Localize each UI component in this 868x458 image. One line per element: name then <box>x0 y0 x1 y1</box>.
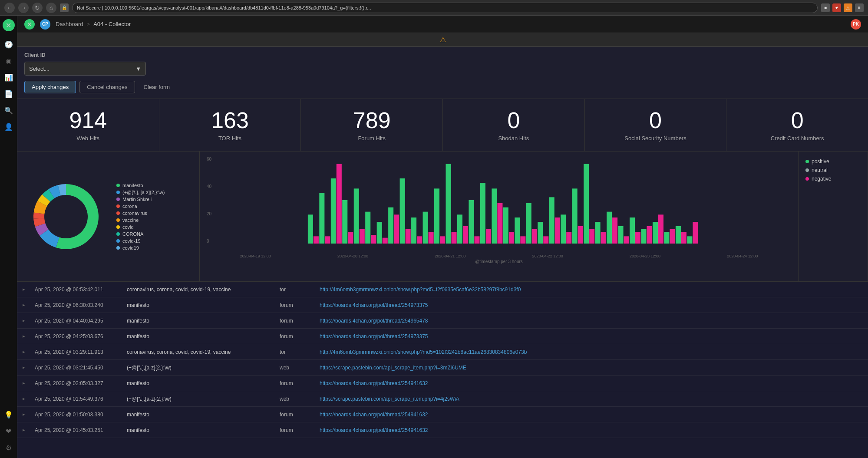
top-nav: ✕ CP Dashboard > A04 - Collector PK <box>17 16 868 33</box>
row-url[interactable]: https://boards.4chan.org/pol/thread/2549… <box>320 412 863 418</box>
sidebar-item-visualize[interactable]: 📊 <box>2 70 16 84</box>
bar-negative <box>532 229 537 244</box>
apply-changes-button[interactable]: Apply changes <box>24 81 76 93</box>
sidebar-item-dashboard[interactable]: 📄 <box>2 87 16 101</box>
sidebar-item-recent[interactable]: 🕐 <box>2 37 16 51</box>
row-tags: manifesto <box>127 318 274 324</box>
legend-label: CORONA <box>122 231 143 237</box>
bar-positive <box>572 188 578 244</box>
row-expand-icon[interactable]: ▸ <box>23 412 30 417</box>
legend-label: covid-19 <box>122 238 141 244</box>
row-url[interactable]: https://boards.4chan.org/pol/thread/2549… <box>320 318 863 324</box>
row-type: forum <box>280 380 314 386</box>
row-expand-icon[interactable]: ▸ <box>23 349 30 355</box>
row-url[interactable]: https://scrape.pastebin.com/api_scrape_i… <box>320 365 863 371</box>
row-type: web <box>280 365 314 371</box>
sidebar-item-discover[interactable]: 🔍 <box>2 103 16 117</box>
nav-forward-button[interactable]: → <box>18 3 29 13</box>
row-url[interactable]: https://scrape.pastebin.com/api_scrape_i… <box>320 396 863 402</box>
sidebar-item-home[interactable]: ◉ <box>2 54 16 68</box>
row-url[interactable]: http://4m6omb3gmrmnwzxi.onion/show.php?m… <box>320 349 863 355</box>
row-url[interactable]: https://boards.4chan.org/pol/thread/2549… <box>320 333 863 339</box>
stat-label: Forum Hits <box>358 135 386 142</box>
row-url[interactable]: http://4m6omb3gmrmnwzxi.onion/show.php?m… <box>320 287 863 293</box>
nav-separator: > <box>87 21 90 27</box>
top-nav-logo: ✕ <box>24 19 35 30</box>
row-type: forum <box>280 427 314 433</box>
sidebar-item-favorites[interactable]: ❤ <box>2 424 16 438</box>
table-row[interactable]: ▸ Apr 25, 2020 @ 06:53:42.011 coronaviru… <box>17 282 868 297</box>
row-url[interactable]: https://boards.4chan.org/pol/thread/2549… <box>320 380 863 386</box>
legend-item: coronavirus <box>116 211 165 216</box>
client-id-dropdown[interactable]: Select... ▼ <box>24 62 146 76</box>
table-row[interactable]: ▸ Apr 25, 2020 @ 03:29:11.913 coronaviru… <box>17 344 868 360</box>
row-timestamp: Apr 25, 2020 @ 01:45:03.251 <box>35 427 122 433</box>
row-expand-icon[interactable]: ▸ <box>23 427 30 433</box>
app-logo[interactable]: ✕ <box>3 19 15 31</box>
donut-chart-panel: manifesto(+@['\.], [a-z]{2,}:\w)Martin S… <box>17 152 200 281</box>
sentiment-legend-panel: positiveneutralnegative <box>799 152 868 281</box>
row-timestamp: Apr 25, 2020 @ 01:54:49.376 <box>35 396 122 402</box>
table-row[interactable]: ▸ Apr 25, 2020 @ 06:30:03.240 manifesto … <box>17 297 868 313</box>
clear-form-button[interactable]: Clear form <box>139 81 175 93</box>
legend-item: covid19 <box>116 245 165 250</box>
sentiment-legend-item: positive <box>805 158 861 165</box>
lock-icon: 🔒 <box>60 3 69 12</box>
stat-number: 789 <box>353 109 391 132</box>
legend-item: manifesto <box>116 183 165 188</box>
table-row[interactable]: ▸ Apr 25, 2020 @ 01:50:03.380 manifesto … <box>17 407 868 422</box>
bar-negative <box>635 232 640 244</box>
bar-positive <box>584 164 589 244</box>
ext-icon-1[interactable]: ■ <box>821 3 830 12</box>
legend-item: covid <box>116 224 165 230</box>
sidebar-item-lens[interactable]: 💡 <box>2 408 16 422</box>
row-url[interactable]: https://boards.4chan.org/pol/thread/2549… <box>320 427 863 433</box>
legend-dot <box>116 198 120 201</box>
bar-negative <box>383 238 388 244</box>
row-expand-icon[interactable]: ▸ <box>23 396 30 402</box>
table-row[interactable]: ▸ Apr 25, 2020 @ 01:45:03.251 manifesto … <box>17 422 868 438</box>
bar-positive <box>411 217 416 244</box>
sidebar-item-user[interactable]: 👤 <box>2 120 16 134</box>
bar-positive <box>319 193 324 244</box>
cancel-changes-button[interactable]: Cancel changes <box>79 81 135 93</box>
ext-icon-4[interactable]: ≡ <box>855 3 864 12</box>
row-expand-icon[interactable]: ▸ <box>23 365 30 370</box>
table-row[interactable]: ▸ Apr 25, 2020 @ 04:25:03.676 manifesto … <box>17 329 868 344</box>
donut-chart <box>23 173 109 260</box>
bar-negative <box>360 229 365 244</box>
warning-icon: ⚠ <box>440 36 446 44</box>
stat-card-web-hits: 914 Web Hits <box>17 99 159 151</box>
sentiment-dot <box>805 177 809 181</box>
user-avatar[interactable]: PK <box>851 19 861 30</box>
donut-legend: manifesto(+@['\.], [a-z]{2,}:\w)Martin S… <box>116 183 165 250</box>
sidebar-item-settings[interactable]: ⚙ <box>2 441 16 455</box>
row-expand-icon[interactable]: ▸ <box>23 287 30 292</box>
row-expand-icon[interactable]: ▸ <box>23 380 30 386</box>
row-expand-icon[interactable]: ▸ <box>23 333 30 339</box>
bar-negative <box>394 214 399 244</box>
row-type: forum <box>280 318 314 324</box>
row-expand-icon[interactable]: ▸ <box>23 302 30 308</box>
bar-negative <box>475 236 480 244</box>
table-row[interactable]: ▸ Apr 25, 2020 @ 01:54:49.376 (+@['\.],[… <box>17 391 868 407</box>
table-row[interactable]: ▸ Apr 25, 2020 @ 03:21:45.450 (+@['\.],[… <box>17 360 868 376</box>
table-row[interactable]: ▸ Apr 25, 2020 @ 02:05:03.327 manifesto … <box>17 376 868 391</box>
nav-refresh-button[interactable]: ↻ <box>32 3 43 13</box>
legend-label: manifesto <box>122 183 143 188</box>
bar-negative <box>693 222 698 244</box>
url-bar[interactable] <box>72 3 818 13</box>
ext-icon-3[interactable]: △ <box>844 3 852 12</box>
bar-negative <box>452 232 457 244</box>
bar-negative <box>624 236 629 244</box>
row-url[interactable]: https://boards.4chan.org/pol/thread/2549… <box>320 302 863 308</box>
row-expand-icon[interactable]: ▸ <box>23 318 30 323</box>
nav-link-dashboard[interactable]: Dashboard <box>56 21 83 27</box>
stat-label: TOR Hits <box>218 135 241 142</box>
nav-back-button[interactable]: ← <box>4 3 15 13</box>
table-row[interactable]: ▸ Apr 25, 2020 @ 04:40:04.295 manifesto … <box>17 313 868 329</box>
legend-dot <box>116 239 120 243</box>
row-type: forum <box>280 333 314 339</box>
nav-home-button[interactable]: ⌂ <box>46 3 56 13</box>
ext-icon-2[interactable]: ♥ <box>832 3 841 12</box>
